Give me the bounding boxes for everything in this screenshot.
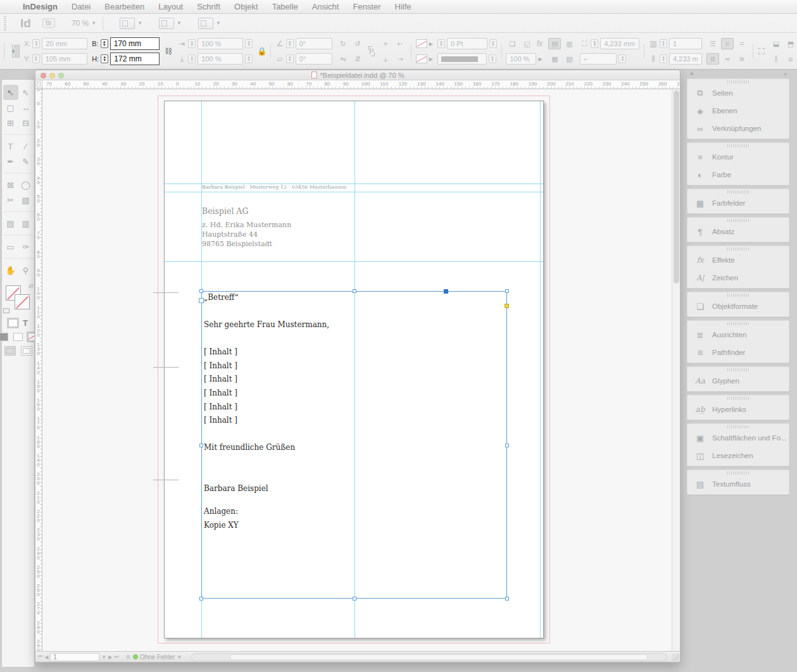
menu-hilfe[interactable]: Hilfe: [395, 2, 411, 11]
stroke-swatch-icon[interactable]: [15, 294, 30, 309]
dock-item-lesezeichen[interactable]: ◫Lesezeichen: [687, 447, 789, 464]
select-previous-object-button[interactable]: ⇠: [394, 38, 406, 49]
panel-group-gripper[interactable]: [727, 247, 749, 251]
stroke-type-dropdown[interactable]: ▲▼: [489, 54, 496, 63]
view-options-button[interactable]: ▼: [120, 18, 142, 29]
y-stepper[interactable]: ▲▼: [32, 54, 40, 63]
flip-horizontal-button[interactable]: ⇋: [337, 53, 349, 65]
stroke-weight-dropdown[interactable]: ▲▼: [489, 39, 497, 48]
content-collector-tool-icon[interactable]: ⊞: [3, 115, 18, 130]
panel-group-gripper[interactable]: [727, 471, 749, 475]
x-stepper[interactable]: ▲▼: [32, 39, 40, 48]
panel-group-gripper[interactable]: [727, 190, 749, 194]
wrap-bounding-box-button[interactable]: ▥: [563, 38, 575, 49]
apply-color-button[interactable]: [0, 333, 8, 341]
dock-item-kontur[interactable]: ≡Kontur: [687, 148, 789, 166]
horizontal-ruler[interactable]: 7060504030201001020304050607080901001101…: [42, 80, 680, 89]
shear-field[interactable]: 0°: [296, 53, 332, 65]
formatting-affects-text-button[interactable]: T: [23, 318, 28, 328]
effects-menu-icon[interactable]: fx: [535, 39, 544, 48]
normal-view-mode-button[interactable]: [4, 346, 16, 356]
gutter-field[interactable]: 4,233 m: [669, 53, 702, 65]
frame-handle-top-left[interactable]: [199, 289, 203, 293]
frame-handle-bottom-center[interactable]: [353, 597, 356, 600]
frame-handle-top-center[interactable]: [353, 289, 356, 293]
wrap-jump-button[interactable]: ▧: [563, 53, 575, 65]
dock-close-icon[interactable]: ✕: [689, 71, 694, 77]
ellipse-frame-tool-icon[interactable]: ◯: [18, 177, 34, 192]
apply-gradient-button[interactable]: [13, 333, 23, 341]
constrain-dimensions-icon[interactable]: ⛓: [164, 47, 173, 56]
panel-group-gripper[interactable]: [727, 80, 749, 84]
arrange-documents-button[interactable]: ▼: [198, 18, 221, 29]
select-content-button[interactable]: ⫧: [379, 38, 392, 49]
width-field[interactable]: 170 mm: [110, 37, 160, 50]
free-transform-tool-icon[interactable]: ▧: [18, 192, 34, 208]
opacity-field[interactable]: 100 %: [506, 53, 536, 65]
pencil-tool-icon[interactable]: ✎: [18, 154, 34, 169]
wrap-none-button[interactable]: ▤: [548, 38, 561, 49]
dock-item-pathfinder[interactable]: ⧈Pathfinder: [687, 344, 789, 361]
corner-shape-dropdown[interactable]: ▲▼: [618, 54, 626, 63]
rotate-cw-button[interactable]: ↻: [337, 38, 349, 49]
panel-gripper[interactable]: [4, 44, 5, 58]
page[interactable]: Barbara Beispiel · Musterweg 12 · 03456 …: [164, 101, 544, 638]
align-center-button[interactable]: =: [736, 38, 748, 49]
frame-handle-top-right[interactable]: [505, 289, 509, 293]
scale-y-dropdown[interactable]: ▲▼: [245, 54, 253, 63]
margin-guide-right[interactable]: [540, 101, 541, 638]
line-tool-icon[interactable]: ∕: [18, 139, 34, 154]
height-stepper[interactable]: ▲▼: [101, 54, 108, 63]
vertical-scrollbar[interactable]: [672, 89, 680, 652]
constrain-scale-icon[interactable]: 🔒: [257, 47, 266, 56]
text-align-last-button[interactable]: ≣: [706, 53, 719, 65]
dock-item-ausrichten[interactable]: ≣Ausrichten: [687, 326, 789, 344]
panel-group-gripper[interactable]: [727, 294, 749, 297]
scale-x-stepper[interactable]: ▲▼: [188, 39, 196, 48]
pen-tool-icon[interactable]: ✒: [3, 154, 18, 169]
align-objects-left-button[interactable]: ⬓: [770, 38, 782, 49]
rotation-field[interactable]: 0°: [296, 38, 332, 49]
width-stepper[interactable]: ▲▼: [101, 39, 108, 48]
reference-point-proxy[interactable]: [12, 45, 20, 58]
scale-x-field[interactable]: 100 %: [198, 38, 243, 49]
stroke-weight-stepper[interactable]: ▲▼: [437, 39, 445, 48]
frame-handle-bottom-left[interactable]: [199, 597, 203, 600]
menu-layout[interactable]: Layout: [158, 2, 183, 11]
selection-tool-icon[interactable]: ↖: [3, 85, 18, 100]
scissors-tool-icon[interactable]: ✂: [3, 192, 18, 208]
gutter-stepper[interactable]: ▲▼: [660, 54, 667, 63]
default-fill-stroke-icon[interactable]: [3, 308, 9, 313]
select-container-button[interactable]: P: [368, 46, 375, 56]
live-corner-handle[interactable]: [505, 304, 509, 308]
corner-radius-field[interactable]: 4,233 mm: [600, 38, 639, 49]
panel-group-gripper[interactable]: [727, 322, 749, 325]
stroke-type-select[interactable]: [437, 53, 487, 65]
align-top-button[interactable]: ≡: [721, 38, 734, 49]
scale-y-field[interactable]: 100 %: [198, 53, 243, 65]
select-next-object-button[interactable]: ⇢: [394, 53, 406, 65]
panel-group-gripper[interactable]: [727, 425, 749, 428]
menu-ansicht[interactable]: Ansicht: [312, 2, 339, 11]
rotation-stepper[interactable]: ▲▼: [286, 39, 294, 48]
horizontal-scrollbar-thumb[interactable]: [230, 654, 648, 660]
dock-item-objektformate[interactable]: ❏Objektformate: [687, 297, 789, 315]
page-number-field[interactable]: 1: [50, 653, 99, 661]
y-position-field[interactable]: 105 mm: [42, 53, 87, 65]
dock-item-hyperlinks[interactable]: ab̲Hyperlinks: [687, 401, 789, 418]
menu-datei[interactable]: Datei: [72, 2, 91, 11]
align-left-edges-button[interactable]: ☰: [706, 38, 719, 49]
wrap-object-shape-button[interactable]: ▦: [548, 53, 561, 65]
shear-stepper[interactable]: ▲▼: [286, 54, 294, 63]
formatting-affects-container-button[interactable]: [8, 319, 18, 327]
columns-field[interactable]: 1: [669, 38, 702, 49]
x-position-field[interactable]: 20 mm: [42, 38, 87, 49]
next-page-button[interactable]: ▶: [108, 654, 112, 660]
text-in-port[interactable]: [199, 298, 204, 303]
first-page-button[interactable]: ⏮: [38, 654, 42, 660]
preview-mode-button[interactable]: [21, 346, 32, 356]
close-window-button[interactable]: [41, 73, 46, 78]
flip-vertical-button[interactable]: ⇵: [351, 53, 364, 65]
frame-fitting-button[interactable]: ⛶: [758, 46, 765, 57]
bridge-button[interactable]: Br: [42, 18, 55, 28]
